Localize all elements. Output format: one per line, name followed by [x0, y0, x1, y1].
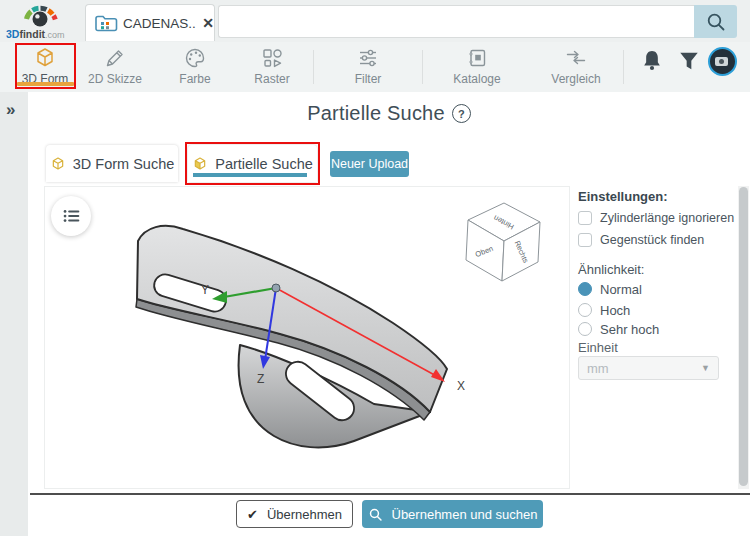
toolbar-label: Farbe	[179, 72, 210, 86]
button-label: Übernehmen	[267, 507, 342, 522]
expand-panel-chevron-icon[interactable]: »	[6, 100, 15, 120]
toolbar-label: 2D Skizze	[88, 72, 142, 86]
page-title: Partielle Suche	[307, 102, 445, 125]
tab-close-icon[interactable]: ✕	[202, 15, 214, 31]
page-title-row: Partielle Suche ?	[28, 92, 750, 135]
search-input[interactable]	[218, 5, 694, 38]
neuer-upload-button[interactable]: Neuer Upload	[330, 151, 409, 177]
toolbar-item-filter[interactable]: Filter	[337, 46, 399, 88]
notifications-bell-icon[interactable]	[638, 47, 666, 75]
toolbar-item-2d-skizze[interactable]: 2D Skizze	[84, 46, 146, 88]
active-tool-underline	[17, 82, 74, 86]
search-icon	[368, 507, 383, 522]
toolbar-item-raster[interactable]: Raster	[241, 46, 303, 88]
radio-label: Sehr hoch	[600, 322, 659, 337]
avatar-image-detail	[719, 59, 724, 64]
document-tab[interactable]: CADENAS... ✕	[85, 4, 215, 41]
toolbar-item-farbe[interactable]: Farbe	[164, 46, 226, 88]
similarity-heading: Ähnlichkeit:	[578, 262, 644, 277]
unit-dropdown[interactable]: mm ▼	[578, 356, 719, 380]
radio-button-selected[interactable]	[578, 282, 592, 296]
checkbox-label: Zylinderlänge ignorieren	[600, 211, 734, 225]
radio-hoch[interactable]: Hoch	[578, 302, 728, 318]
radio-label: Normal	[600, 282, 642, 297]
logo-3d: 3D	[6, 28, 19, 40]
checkbox-box[interactable]	[578, 211, 592, 225]
toolbar-separator	[623, 50, 624, 84]
footer-divider	[30, 493, 750, 495]
active-tab-underline	[193, 173, 307, 177]
radio-sehr-hoch[interactable]: Sehr hoch	[578, 321, 728, 337]
radio-button[interactable]	[578, 303, 592, 317]
chevron-down-icon: ▼	[701, 363, 710, 373]
compare-arrows-icon	[564, 46, 588, 70]
viewport-menu-button[interactable]	[51, 196, 91, 236]
user-avatar[interactable]	[708, 47, 737, 76]
checkbox-box[interactable]	[578, 233, 592, 247]
toolbar-separator	[422, 50, 423, 84]
3d-viewport[interactable]	[44, 186, 570, 489]
uebernehmen-button[interactable]: ✔ Übernehmen	[236, 500, 353, 528]
list-icon	[60, 205, 82, 227]
radio-normal[interactable]: Normal	[578, 281, 728, 297]
button-label: Übernehmen und suchen	[392, 507, 538, 522]
checkbox-label: Gegenstück finden	[600, 233, 704, 247]
settings-heading: Einstellungen:	[578, 189, 668, 204]
toolbar-separator	[313, 50, 314, 84]
document-tab-label: CADENAS...	[123, 16, 196, 31]
radio-label: Hoch	[600, 303, 630, 318]
catalog-book-icon	[465, 46, 489, 70]
uebernehmen-und-suchen-button[interactable]: Übernehmen und suchen	[362, 500, 543, 528]
toolbar-item-kataloge[interactable]: Kataloge	[446, 46, 508, 88]
toolbar-label: Raster	[254, 72, 289, 86]
toolbar-item-vergleich[interactable]: Vergleich	[545, 46, 607, 88]
app-window: 3Dfindit.com CADENAS... ✕ 3D Form 2D Ski…	[0, 0, 750, 536]
toolbar-label: Vergleich	[551, 72, 600, 86]
logo-com: .com	[45, 30, 65, 40]
pencil-icon	[103, 46, 127, 70]
tab-label: 3D Form Suche	[73, 156, 175, 172]
radio-button[interactable]	[578, 322, 592, 336]
cube-outline-icon	[50, 156, 66, 172]
folder-icon	[93, 12, 119, 34]
shapes-grid-icon	[260, 46, 284, 70]
scrollbar-thumb[interactable]	[739, 187, 748, 486]
toolbar-label: Kataloge	[453, 72, 500, 86]
tab-label: Partielle Suche	[215, 156, 313, 172]
tab-3d-form-suche[interactable]: 3D Form Suche	[46, 145, 178, 182]
toolbar-label: Filter	[355, 72, 382, 86]
logo-wordmark: 3Dfindit.com	[6, 28, 80, 40]
cube-partial-icon	[192, 156, 208, 172]
checkmark-icon: ✔	[247, 507, 258, 522]
unit-dropdown-value: mm	[587, 361, 701, 376]
checkbox-gegenstueck[interactable]: Gegenstück finden	[578, 232, 738, 248]
search-icon	[705, 11, 727, 33]
sliders-icon	[356, 46, 380, 70]
checkbox-zylinderlaenge[interactable]: Zylinderlänge ignorieren	[578, 210, 738, 226]
left-collapse-panel	[0, 92, 28, 536]
filter-funnel-icon[interactable]	[675, 47, 703, 75]
cube-3d-form-icon	[33, 46, 57, 70]
search-button[interactable]	[694, 5, 737, 38]
palette-icon	[183, 46, 207, 70]
help-icon[interactable]: ?	[452, 104, 471, 123]
logo-findit: findit	[19, 28, 45, 40]
vertical-scrollbar[interactable]	[738, 186, 749, 489]
unit-label: Einheit	[578, 340, 618, 355]
